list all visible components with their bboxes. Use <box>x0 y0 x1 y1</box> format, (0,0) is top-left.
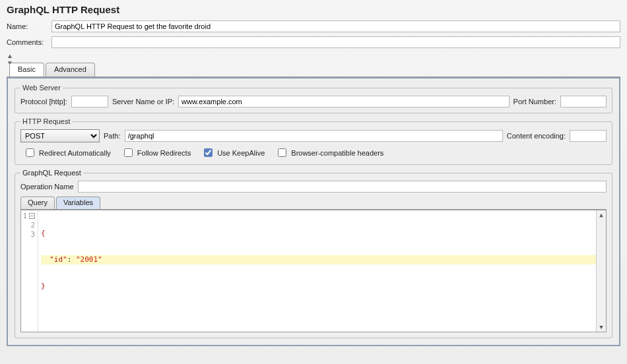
protocol-input[interactable] <box>71 96 108 107</box>
checkbox-browser-headers[interactable] <box>278 148 286 157</box>
editor-gutter: 1− 2 3 <box>21 210 38 332</box>
check-browser-headers[interactable]: Browser-compatible headers <box>275 146 383 159</box>
gutter-line: 1 <box>22 212 27 220</box>
page-title: GraphQL HTTP Request <box>7 4 620 15</box>
checkbox-follow-redirects[interactable] <box>124 148 133 157</box>
code-token: { <box>41 229 46 237</box>
check-keepalive[interactable]: Use KeepAlive <box>201 146 265 159</box>
main-tabbar: Basic Advanced <box>7 63 620 77</box>
label-follow-redirects: Follow Redirects <box>137 149 191 157</box>
web-server-group: Web Server Protocol [http]: Server Name … <box>15 84 612 113</box>
encoding-input[interactable] <box>570 130 607 142</box>
server-input[interactable] <box>178 96 510 107</box>
port-input[interactable] <box>560 96 607 107</box>
http-method-select[interactable]: POST <box>20 129 100 142</box>
code-token: "2001" <box>76 255 102 264</box>
comments-label: Comments: <box>7 38 51 46</box>
gutter-line: 2 <box>30 221 35 229</box>
operation-name-label: Operation Name <box>20 183 74 191</box>
checkbox-keepalive[interactable] <box>204 148 213 157</box>
http-checks-row: Redirect Automatically Follow Redirects … <box>20 146 607 159</box>
label-keepalive: Use KeepAlive <box>217 149 265 157</box>
code-token: } <box>41 282 46 290</box>
name-row: Name: <box>7 20 620 32</box>
code-token: : <box>67 255 76 264</box>
label-browser-headers: Browser-compatible headers <box>291 149 383 157</box>
editor-scrollbar[interactable]: ▲ ▼ <box>596 210 606 332</box>
checkbox-redirect-auto[interactable] <box>26 148 34 157</box>
name-input[interactable] <box>51 20 620 32</box>
tab-basic[interactable]: Basic <box>9 63 44 76</box>
gutter-line: 3 <box>30 230 35 239</box>
tab-query[interactable]: Query <box>20 197 55 209</box>
basic-panel: Web Server Protocol [http]: Server Name … <box>7 77 620 346</box>
graphql-request-group: GraphQL Request Operation Name Query Var… <box>15 169 612 338</box>
tab-variables[interactable]: Variables <box>56 197 100 209</box>
check-follow-redirects[interactable]: Follow Redirects <box>121 146 191 159</box>
http-request-group: HTTP Request POST Path: Content encoding… <box>15 117 612 165</box>
comments-row: Comments: <box>7 36 620 48</box>
tab-advanced[interactable]: Advanced <box>46 63 95 76</box>
http-request-legend: HTTP Request <box>20 117 73 125</box>
window-root: GraphQL HTTP Request Name: Comments: ▲ ▼… <box>0 0 627 364</box>
fold-icon[interactable]: − <box>29 213 35 219</box>
variables-editor[interactable]: 1− 2 3 { "id": "2001" } ▲ ▼ <box>20 210 607 332</box>
comments-input[interactable] <box>51 36 620 48</box>
chevron-up-icon: ▲ <box>7 54 13 58</box>
server-label: Server Name or IP: <box>112 98 174 106</box>
code-token: "id" <box>50 255 67 264</box>
fold-toggle[interactable]: ▲ ▼ <box>7 52 620 61</box>
graphql-request-legend: GraphQL Request <box>20 169 83 177</box>
path-input[interactable] <box>125 130 503 142</box>
graphql-tabbar: Query Variables <box>20 197 607 210</box>
operation-name-input[interactable] <box>78 181 607 193</box>
path-label: Path: <box>104 132 121 140</box>
encoding-label: Content encoding: <box>507 132 566 140</box>
scroll-down-icon[interactable]: ▼ <box>599 322 603 332</box>
label-redirect-auto: Redirect Automatically <box>39 149 111 157</box>
editor-code[interactable]: { "id": "2001" } <box>38 210 596 332</box>
scroll-up-icon[interactable]: ▲ <box>599 210 603 220</box>
port-label: Port Number: <box>513 98 556 106</box>
protocol-label: Protocol [http]: <box>20 98 67 106</box>
name-label: Name: <box>7 22 51 30</box>
web-server-legend: Web Server <box>20 84 63 92</box>
check-redirect-auto[interactable]: Redirect Automatically <box>23 146 111 159</box>
